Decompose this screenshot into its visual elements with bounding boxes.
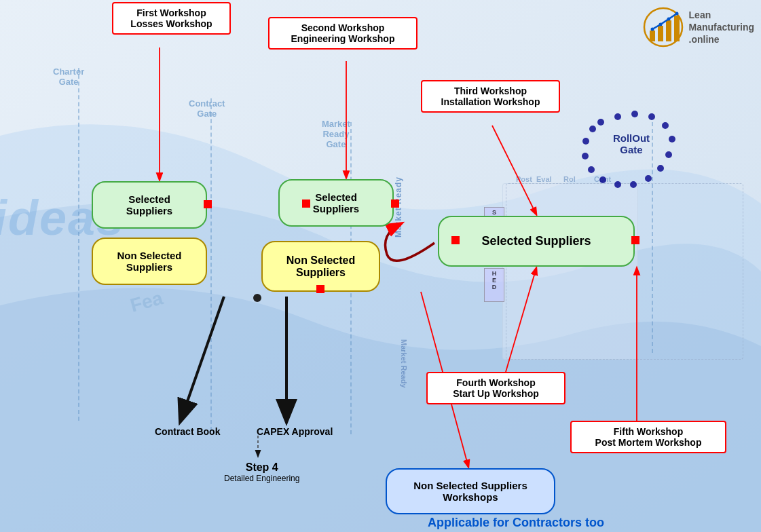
svg-rect-5 [658,26,663,41]
svg-point-25 [582,153,589,159]
svg-point-23 [599,176,606,183]
svg-point-9 [658,23,662,26]
dotted-line-2 [210,98,212,431]
svg-point-16 [662,122,669,129]
applicable-text: Applicable for Contractors too [380,516,652,530]
red-dot-sel2 [302,200,310,208]
col-label-2: Eval [536,175,552,183]
svg-point-20 [645,175,652,182]
step-4-label: Step 4 Detailed Engineering [224,461,299,483]
logo-icon [643,7,684,48]
svg-point-12 [597,119,604,126]
svg-point-10 [667,18,670,21]
contract-book-label: Contract Book [155,426,220,437]
non-selected-workshops: Non Selected Suppliers Workshops [386,468,555,514]
workshop-first: First Workshop Losses Workshop [112,2,231,35]
red-dot-sel2b [391,200,399,208]
svg-point-8 [650,28,654,31]
rollout-gate-label: RollOutGate [604,132,658,155]
rollout-gate-area: RollOutGate [580,109,682,193]
svg-point-13 [614,113,621,120]
step-4-subtitle: Detailed Engineering [224,474,299,483]
red-dot-nsel2 [316,285,324,293]
gate-charter: CharterGate [53,66,84,87]
svg-point-27 [589,126,596,132]
svg-point-14 [631,111,638,117]
selected-suppliers-3: Selected Suppliers [438,216,635,267]
svg-point-15 [648,113,655,120]
black-dot [253,294,261,302]
logo-text: LeanManufacturing.online [689,9,754,46]
selected-suppliers-1: Selected Suppliers [92,181,207,229]
selected-suppliers-2: Selected Suppliers [278,179,394,227]
non-selected-suppliers-1: Non Selected Suppliers [92,238,207,285]
svg-point-24 [588,166,595,173]
workshop-third: Third Workshop Installation Workshop [421,80,560,113]
workshop-fifth: Fifth Workshop Post Mortem Workshop [570,421,726,453]
svg-point-26 [582,138,589,145]
svg-point-22 [614,181,621,188]
svg-text:Market Ready: Market Ready [400,339,408,388]
col-label-3: Rol [563,175,576,183]
svg-point-17 [669,136,675,142]
gate-market-ready: MarketReadyGate [322,119,350,149]
svg-point-18 [665,151,672,158]
red-dot-sel3a [451,236,460,244]
workshop-fourth: Fourth Workshop Start Up Workshop [426,372,565,404]
step-4-title: Step 4 [224,461,299,474]
gate-contract: ContractGate [189,98,225,119]
col-label-1: Post [516,175,532,183]
svg-rect-6 [666,20,671,41]
right-dotted-border [506,183,743,360]
svg-rect-7 [674,16,680,41]
dotted-line-1 [78,68,79,421]
non-selected-suppliers-2: Non Selected Suppliers [261,241,380,292]
workshop-second: Second Workshop Engineering Workshop [268,17,417,50]
svg-point-21 [630,181,637,188]
svg-point-11 [675,12,678,16]
red-dot-sel1 [204,200,212,208]
svg-rect-4 [650,31,655,41]
hed-box: HED [484,268,504,302]
logo-area: LeanManufacturing.online [643,7,754,48]
capex-label: CAPEX Approval [257,426,333,437]
red-dot-sel3b [631,236,639,244]
svg-point-19 [657,165,664,172]
